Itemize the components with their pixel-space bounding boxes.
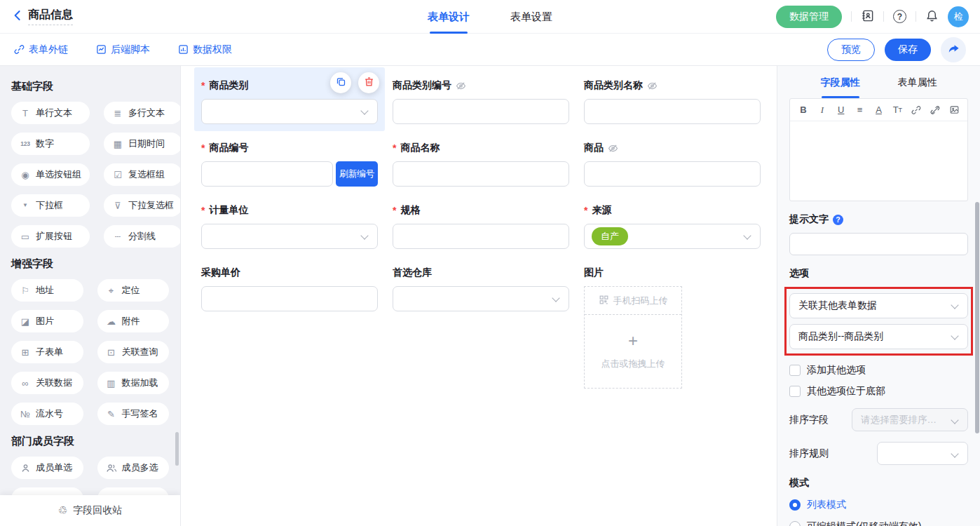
field-source[interactable]: *来源 自产 [584,203,761,249]
sidebar-item-linked-query[interactable]: ⊡ 关联查询 [97,341,170,363]
tab-field-properties[interactable]: 字段属性 [821,66,860,98]
delete-field-button[interactable] [358,72,379,93]
tab-form-properties[interactable]: 表单属性 [898,66,937,98]
copy-field-button[interactable] [330,72,351,93]
other-option-bottom-checkbox[interactable]: 其他选项位于底部 [789,385,968,398]
field-image[interactable]: 图片 手机扫码上传 +点击或拖拽上传 [584,266,761,389]
sidebar-item-member-multi[interactable]: 成员多选 [97,457,170,479]
field-category-name[interactable]: 商品类别名称 [584,79,761,124]
field-product-name[interactable]: *商品名称 [393,141,569,187]
radio-on-icon [789,499,801,511]
align-icon[interactable]: ≡ [853,104,867,115]
avatar[interactable]: 检 [948,6,969,27]
sidebar-item-subform[interactable]: ⊞ 子表单 [11,341,83,363]
sidebar-item-position[interactable]: ⌖ 定位 [97,279,170,302]
category-select[interactable] [201,99,378,124]
tab-form-design[interactable]: 表单设计 [428,0,470,34]
product-input[interactable] [584,161,761,187]
refresh-code-button[interactable]: 刷新编号 [336,161,378,187]
category-code-input[interactable] [393,99,569,124]
unlink-icon[interactable] [928,105,942,115]
sort-field-select[interactable]: 请选择需要排序的... [852,408,968,431]
sidebar-item-divider[interactable]: ┄ 分割线 [104,225,181,248]
help-badge-icon[interactable]: ? [833,215,843,225]
category-name-input[interactable] [584,99,761,124]
field-unit[interactable]: *计量单位 [201,203,378,249]
sidebar-item-attachment[interactable]: ☁ 附件 [97,310,170,332]
mode-editable-radio[interactable]: 可编辑模式(仅移动端有效) [789,520,968,526]
save-button[interactable]: 保存 [885,39,931,61]
form-toolbar: 表单外链 后端脚本 数据权限 预览 保存 [0,34,980,66]
data-permission-link[interactable]: 数据权限 [178,43,232,56]
image-tool-icon[interactable] [947,104,961,115]
product-code-input[interactable] [201,161,333,187]
purchase-price-input[interactable] [201,286,378,311]
sidebar-scrollbar[interactable] [175,432,179,466]
sidebar-item-serial-number[interactable]: № 流水号 [11,403,83,425]
bold-icon[interactable]: B [796,104,810,115]
field-recycle-bin[interactable]: ♲ 字段回收站 [0,495,180,526]
sort-rule-select[interactable] [877,442,968,465]
drop-upload-zone[interactable]: +点击或拖拽上传 [585,315,681,388]
member-single-icon [20,463,31,473]
rich-text-area[interactable] [790,121,967,201]
back-button[interactable] [11,9,24,24]
sidebar-item-single-text[interactable]: T 单行文本 [11,102,90,124]
product-name-input[interactable] [393,161,569,187]
sidebar-item-signature[interactable]: ✎ 手写签名 [97,403,170,425]
spec-input[interactable] [393,224,569,249]
italic-icon[interactable]: I [815,104,829,116]
tab-form-settings[interactable]: 表单设置 [510,0,552,34]
share-button[interactable] [941,37,966,62]
sidebar-item-expand-button[interactable]: ▭ 扩展按钮 [11,225,90,248]
sidebar-item-image[interactable]: ◪ 图片 [11,310,83,332]
add-other-option-checkbox[interactable]: 添加其他选项 [789,364,968,377]
field-label: *商品编号 [201,141,378,155]
field-warehouse[interactable]: 首选仓库 [393,266,569,389]
sidebar-item-radio-group[interactable]: ◉ 单选按钮组 [11,163,90,186]
field-label: 图片 [584,266,761,280]
preview-button[interactable]: 预览 [827,39,875,61]
option-source-select[interactable]: 关联其他表单数据 [789,293,968,318]
link-icon[interactable] [909,105,923,115]
contacts-book-button[interactable] [861,9,874,25]
linked-query-icon: ⊡ [106,348,117,357]
sidebar-item-multi-text[interactable]: ≣ 多行文本 [104,102,181,124]
sidebar-item-linked-data[interactable]: ∞ 关联数据 [11,372,83,394]
sidebar-item-checkbox-group[interactable]: ☑ 复选框组 [104,163,181,186]
field-product[interactable]: 商品 [584,141,761,187]
field-label: 商品类别名称 [584,79,761,93]
sidebar-item-dropdown-multi[interactable]: ⊽ 下拉复选框 [104,194,181,217]
field-purchase-price[interactable]: 采购单价 [201,266,378,389]
data-manage-button[interactable]: 数据管理 [776,6,842,28]
sidebar-item-member-single[interactable]: 成员单选 [11,457,83,479]
form-external-link[interactable]: 表单外链 [14,43,68,56]
chevron-left-icon [11,9,24,24]
backend-script-icon [96,44,107,55]
sidebar-item-number[interactable]: 123 数字 [11,133,90,155]
backend-script-link[interactable]: 后端脚本 [96,43,150,56]
form-title[interactable]: 商品信息 [28,8,73,25]
sidebar-item-data-load[interactable]: ▥ 数据加载 [97,372,170,394]
field-product-code[interactable]: *商品编号 刷新编号 [201,141,378,187]
sidebar-item-datetime[interactable]: ▦ 日期时间 [104,133,181,155]
page-scrollbar[interactable] [975,202,979,433]
linked-form-field-select[interactable]: 商品类别--商品类别 [789,324,968,349]
warehouse-select[interactable] [393,286,569,311]
sidebar-item-address[interactable]: ⚐ 地址 [11,279,83,302]
unit-select[interactable] [201,224,378,249]
field-spec[interactable]: *规格 [393,203,569,249]
font-color-icon[interactable]: A [872,104,886,115]
notification-button[interactable] [925,9,939,25]
underline-icon[interactable]: U [834,104,848,115]
font-size-icon[interactable]: TT [890,104,904,115]
source-select[interactable]: 自产 [584,224,761,249]
hint-text-input[interactable] [789,233,968,255]
sidebar-item-dropdown[interactable]: ▼ 下拉框 [11,194,90,217]
field-category-code[interactable]: 商品类别编号 [393,79,569,124]
field-category[interactable]: *商品类别 [194,67,385,131]
data-permission-icon [178,44,189,55]
help-button[interactable]: ? [893,10,906,23]
mode-list-radio[interactable]: 列表模式 [789,499,968,511]
scan-upload-button[interactable]: 手机扫码上传 [585,287,681,315]
